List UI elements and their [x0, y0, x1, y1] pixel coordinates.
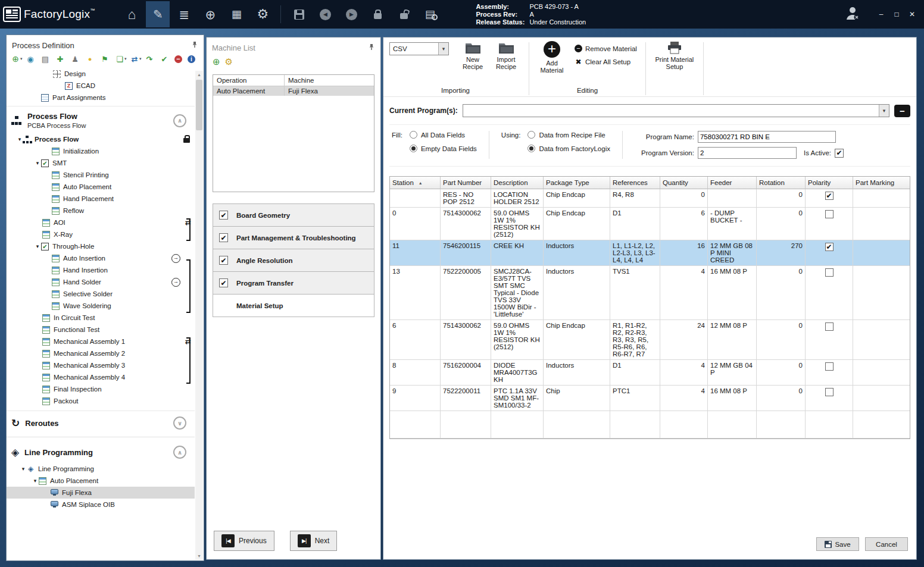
machine-settings-icon[interactable] [225, 57, 233, 67]
lock-button[interactable] [366, 1, 389, 27]
column-header-feeder[interactable]: Feeder [708, 177, 757, 189]
tree-item[interactable]: Initialization [7, 145, 195, 157]
radio-icon[interactable] [410, 131, 417, 139]
tree-item[interactable]: Mechanical Assembly 2 [7, 347, 195, 359]
line-programming-section-header[interactable]: Line Programming [7, 440, 195, 463]
save-button[interactable]: Save [816, 537, 859, 551]
tree-item[interactable]: Auto Insertion [7, 252, 195, 264]
toolbar-icon[interactable] [160, 54, 173, 64]
scrollbar-thumb[interactable] [196, 80, 202, 130]
documents-button[interactable] [224, 1, 248, 27]
scroll-up-icon[interactable] [195, 71, 203, 79]
radio-icon[interactable] [527, 145, 535, 152]
material-row[interactable]: 0 7514300062 59.0 OHMS 1W 1% RESISTOR KH… [390, 208, 910, 240]
tree-item[interactable]: Mechanical Assembly 4 [7, 371, 195, 383]
column-header-part-marking[interactable]: Part Marking [853, 177, 910, 189]
tree-item[interactable]: Through-Hole [7, 240, 195, 252]
machine-section-tab[interactable]: Program Transfer [213, 271, 374, 295]
column-header-machine[interactable]: Machine [285, 75, 374, 86]
tree-item[interactable]: Final Inspection [7, 383, 195, 395]
add-machine-icon[interactable] [213, 57, 220, 67]
tree-item[interactable]: Part Assignments [7, 92, 195, 104]
next-button[interactable]: Next [290, 531, 338, 551]
material-row[interactable]: 11 7546200115 CREE KH Inductors L1, L1-L… [390, 240, 910, 266]
tree-item[interactable]: X-Ray [7, 228, 195, 240]
column-header-references[interactable]: References [610, 177, 660, 189]
expand-arrow-icon[interactable] [32, 478, 39, 484]
expand-arrow-icon[interactable] [20, 466, 27, 472]
expand-arrow-icon[interactable] [34, 160, 41, 166]
user-logout-button[interactable] [845, 5, 861, 23]
unlock-button[interactable] [392, 1, 416, 27]
tree-item[interactable]: Process Flow [7, 133, 195, 145]
program-editor-button[interactable] [146, 1, 170, 27]
material-row[interactable]: 9 7522200011 PTC 1.1A 33V SMD SM1 MF-SM1… [390, 386, 910, 411]
pin-icon[interactable] [368, 42, 375, 53]
radio-icon[interactable] [527, 131, 535, 139]
column-header-part-number[interactable]: Part Number [441, 177, 491, 189]
maximize-button[interactable]: □ [892, 10, 901, 18]
column-header-quantity[interactable]: Quantity [660, 177, 708, 189]
machine-section-tab[interactable]: Material Setup [213, 294, 374, 317]
tree-item[interactable]: Fuji Flexa [7, 487, 195, 499]
machine-section-tab[interactable]: Board Geometry [213, 203, 374, 227]
column-header-station[interactable]: Station [390, 177, 441, 189]
expand-arrow-icon[interactable] [34, 243, 41, 249]
materials-button[interactable] [172, 1, 196, 27]
home-button[interactable] [120, 1, 143, 27]
polarity-checkbox[interactable] [825, 210, 834, 218]
program-name-input[interactable] [698, 131, 836, 143]
toolbar-icon[interactable] [40, 54, 54, 64]
polarity-checkbox[interactable] [825, 268, 834, 277]
settings-button[interactable] [251, 1, 274, 27]
fill-option-radio[interactable]: Empty Data Fields [410, 145, 477, 152]
tree-item[interactable]: Auto Placement [7, 475, 195, 487]
tree-item[interactable]: In Circuit Test [7, 312, 195, 324]
tree-item[interactable]: Reflow [7, 205, 195, 217]
fill-option-radio[interactable]: All Data Fields [410, 131, 477, 139]
toolbar-icon[interactable] [130, 54, 143, 64]
reroutes-section-header[interactable]: Reroutes [7, 411, 195, 434]
add-material-button[interactable]: Add Material [536, 41, 567, 87]
previous-button[interactable]: Previous [214, 531, 274, 551]
collapse-section-icon[interactable] [173, 446, 186, 459]
toolbar-icon[interactable] [11, 54, 24, 64]
import-format-select[interactable]: CSV [389, 42, 449, 55]
toolbar-icon[interactable] [188, 55, 199, 63]
expand-section-icon[interactable] [173, 416, 186, 430]
tree-item[interactable]: Mechanical Assembly 1 [7, 336, 195, 347]
column-header-package-type[interactable]: Package Type [544, 177, 610, 189]
polarity-checkbox[interactable] [825, 362, 834, 371]
vertical-scrollbar[interactable] [195, 71, 203, 560]
scroll-down-icon[interactable] [195, 552, 203, 560]
column-header-operation[interactable]: Operation [213, 75, 285, 86]
minimize-button[interactable]: – [876, 10, 886, 18]
using-option-radio[interactable]: Data from Recipe File [527, 131, 610, 139]
print-material-setup-button[interactable]: Print Material Setup [653, 41, 696, 96]
toolbar-icon[interactable] [85, 54, 99, 64]
tree-item[interactable]: Packout [7, 395, 195, 407]
toolbar-icon[interactable] [100, 54, 114, 64]
polarity-checkbox[interactable] [825, 322, 834, 331]
navigator-button[interactable] [198, 1, 222, 27]
toolbar-icon[interactable] [174, 55, 186, 63]
column-header-polarity[interactable]: Polarity [806, 177, 853, 189]
back-button[interactable] [313, 1, 337, 27]
close-button[interactable]: ✕ [907, 10, 917, 18]
cancel-button[interactable]: Cancel [865, 537, 908, 551]
polarity-checkbox[interactable] [825, 192, 834, 200]
forward-button[interactable] [339, 1, 363, 27]
using-option-radio[interactable]: Data from FactoryLogix [527, 145, 610, 152]
toolbar-icon[interactable] [26, 54, 39, 64]
polarity-checkbox[interactable] [825, 388, 834, 396]
new-recipe-button[interactable]: New Recipe [457, 41, 488, 87]
section-checkbox[interactable] [219, 256, 228, 265]
machine-row[interactable]: Auto Placement Fuji Flexa [213, 86, 374, 96]
polarity-checkbox[interactable] [825, 243, 834, 251]
tree-item[interactable]: Auto Placement [7, 181, 195, 193]
toolbar-icon[interactable] [70, 54, 84, 64]
tree-item[interactable]: Stencil Printing [7, 169, 195, 181]
tree-item[interactable]: ASM Siplace OIB [7, 499, 195, 510]
machine-section-tab[interactable]: Part Management & Troubleshooting [213, 226, 374, 249]
remove-program-button[interactable] [894, 105, 910, 117]
